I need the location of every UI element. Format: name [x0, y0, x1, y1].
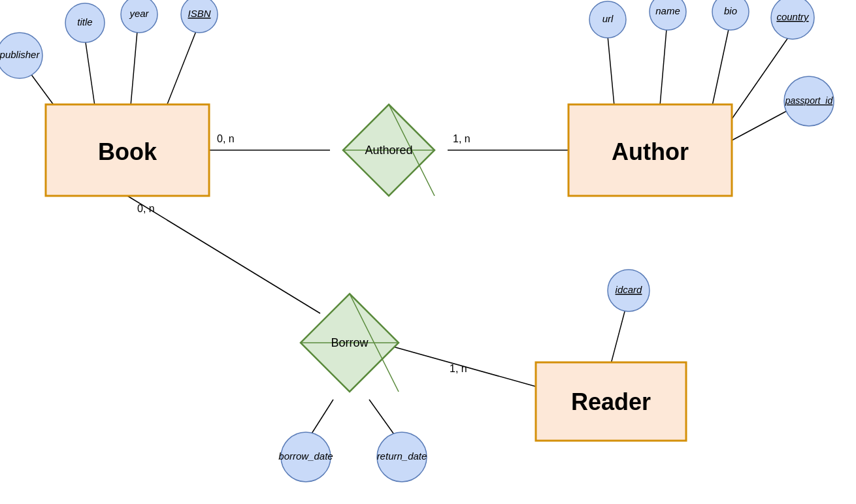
entity-book-label: Book	[98, 138, 157, 165]
card-book-borrow: 0, n	[137, 203, 155, 214]
attr-country-label: country	[776, 11, 810, 22]
attr-returndate-label: return_date	[377, 450, 427, 462]
attr-publisher-label: publisher	[0, 49, 40, 60]
attr-isbn-label: ISBN	[188, 8, 210, 19]
relation-authored-label: Authored	[365, 144, 412, 157]
attr-name-label: name	[655, 5, 680, 16]
line-attr-isbn	[167, 31, 196, 106]
er-diagram: Book Author Reader Authored Borrow 0, n …	[0, 0, 856, 504]
attr-idcard-label: idcard	[616, 284, 643, 295]
attr-borrowdate-label: borrow_date	[278, 450, 333, 462]
attr-passport-label: passport_id	[785, 95, 834, 106]
attr-title-label: title	[77, 16, 92, 27]
line-attr-title	[85, 38, 95, 106]
attr-url-label: url	[602, 13, 614, 24]
card-authored-author: 1, n	[453, 133, 470, 144]
entity-author-label: Author	[612, 138, 689, 165]
line-attr-country	[731, 34, 791, 121]
line-attr-year	[131, 31, 137, 106]
line-attr-bio	[712, 29, 729, 106]
card-borrow-reader: 1, n	[450, 363, 467, 374]
line-attr-name	[660, 29, 667, 106]
line-book-borrow	[127, 196, 320, 313]
attr-bio-label: bio	[724, 5, 737, 16]
line-attr-url	[608, 36, 614, 106]
card-book-authored: 0, n	[217, 133, 235, 144]
entity-reader-label: Reader	[571, 388, 651, 415]
relation-borrow-label: Borrow	[331, 336, 369, 349]
attr-year-label: year	[129, 8, 149, 19]
